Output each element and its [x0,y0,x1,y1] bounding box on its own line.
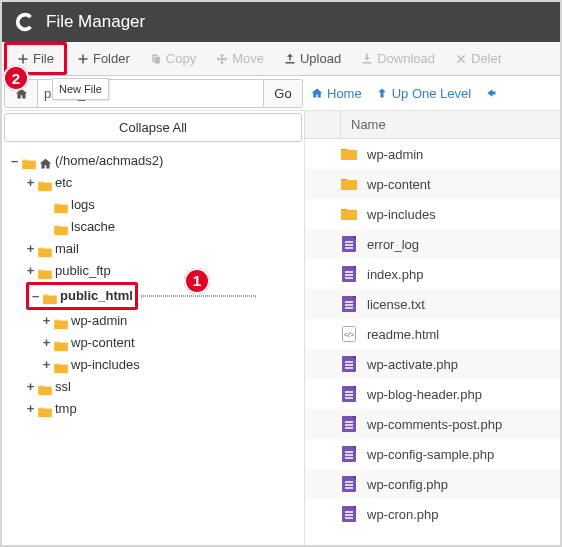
tree-node-wp-admin[interactable]: +wp-admin [42,310,296,332]
document-icon [341,476,357,492]
file-row[interactable]: license.txt [305,289,560,319]
tree-node-lscache[interactable]: +lscache [42,216,296,238]
document-icon [341,386,357,402]
move-button[interactable]: Move [206,42,274,75]
file-row[interactable]: wp-content [305,169,560,199]
svg-rect-2 [342,296,356,312]
folder-icon [38,403,52,415]
tree-label: public_ftp [55,260,111,282]
tree-label: wp-includes [71,354,140,376]
file-row[interactable]: wp-admin [305,139,560,169]
tree-pane: Collapse All – (/home/achmads2) +etc +lo… [2,111,305,545]
folder-icon [54,337,68,349]
tree-node-wp-includes[interactable]: +wp-includes [42,354,296,376]
folder-icon [54,199,68,211]
toggle-icon: + [42,194,51,216]
folder-icon [54,315,68,327]
go-button[interactable]: Go [263,79,303,108]
folder-icon [38,265,52,277]
toggle-icon[interactable]: + [26,376,35,398]
tree-node-tmp[interactable]: +tmp [26,398,296,420]
file-row[interactable]: wp-config-sample.php [305,439,560,469]
upload-button[interactable]: Upload [274,42,351,75]
tree-node-public-html[interactable]: – public_html [26,282,296,310]
title-bar: File Manager [2,2,560,42]
tree-label: wp-content [71,332,135,354]
copy-button[interactable]: Copy [140,42,206,75]
file-row[interactable]: wp-includes [305,199,560,229]
tree-label: mail [55,238,79,260]
toggle-icon[interactable]: + [26,238,35,260]
file-name: wp-config-sample.php [367,447,494,462]
folder-icon [341,146,357,162]
file-row[interactable]: wp-blog-header.php [305,379,560,409]
nav-back-link[interactable] [485,87,497,99]
collapse-all-button[interactable]: Collapse All [4,113,302,142]
folder-button[interactable]: Folder [67,42,140,75]
toggle-icon[interactable]: + [26,172,35,194]
app-frame: 2 File Manager File Folder Copy Move Upl… [0,0,562,547]
folder-icon [38,243,52,255]
tree-node-etc[interactable]: +etc [26,172,296,194]
file-row[interactable]: wp-comments-post.php [305,409,560,439]
toggle-icon[interactable]: + [26,398,35,420]
toggle-icon[interactable]: – [10,150,19,172]
download-button-label: Download [377,51,435,66]
tree-node-wp-content[interactable]: +wp-content [42,332,296,354]
document-icon [341,446,357,462]
cpanel-logo-icon [14,11,36,33]
delete-button[interactable]: Delet [445,42,511,75]
code-file-icon: </> [341,326,357,342]
plus-icon [17,53,29,65]
document-icon [341,356,357,372]
delete-button-label: Delet [471,51,501,66]
file-name: wp-admin [367,147,423,162]
tree-root[interactable]: – (/home/achmads2) [10,150,296,172]
file-row[interactable]: wp-activate.php [305,349,560,379]
tree-node-public-ftp[interactable]: +public_ftp [26,260,296,282]
folder-tree: – (/home/achmads2) +etc +logs +lscache +… [2,148,304,422]
nav-home-label: Home [327,86,362,101]
toggle-icon[interactable]: + [42,354,51,376]
document-icon [341,236,357,252]
nav-up-link[interactable]: Up One Level [376,86,472,101]
svg-rect-6 [342,386,356,402]
tree-label: public_html [60,285,133,307]
svg-rect-8 [342,446,356,462]
file-button-label: File [33,51,54,66]
file-name: error_log [367,237,419,252]
file-row[interactable]: index.php [305,259,560,289]
folder-icon [341,176,357,192]
folder-icon [54,359,68,371]
nav-home-link[interactable]: Home [311,86,362,101]
file-row[interactable]: error_log [305,229,560,259]
file-pane: Name wp-adminwp-contentwp-includeserror_… [305,111,560,545]
toggle-icon[interactable]: + [26,260,35,282]
file-row[interactable]: wp-config.php [305,469,560,499]
folder-icon [43,290,57,302]
tree-node-mail[interactable]: +mail [26,238,296,260]
annotation-badge-2: 2 [3,65,29,91]
document-icon [341,296,357,312]
app-title: File Manager [46,12,145,32]
folder-icon [341,206,357,222]
file-name: wp-content [367,177,431,192]
svg-rect-1 [342,266,356,282]
annotation-badge-1: 1 [184,268,210,294]
toggle-icon[interactable]: + [42,310,51,332]
file-row[interactable]: wp-cron.php [305,499,560,529]
file-row[interactable]: </>readme.html [305,319,560,349]
toggle-icon[interactable]: – [31,285,40,307]
svg-rect-10 [342,506,356,522]
toggle-icon[interactable]: + [42,332,51,354]
tree-node-ssl[interactable]: +ssl [26,376,296,398]
checkbox-column[interactable] [305,111,341,138]
arrow-up-icon [376,87,388,99]
download-button[interactable]: Download [351,42,445,75]
folder-icon [38,177,52,189]
tree-node-logs[interactable]: +logs [42,194,296,216]
file-name: index.php [367,267,423,282]
tree-label: logs [71,194,95,216]
name-column-header[interactable]: Name [341,117,386,132]
svg-rect-0 [342,236,356,252]
